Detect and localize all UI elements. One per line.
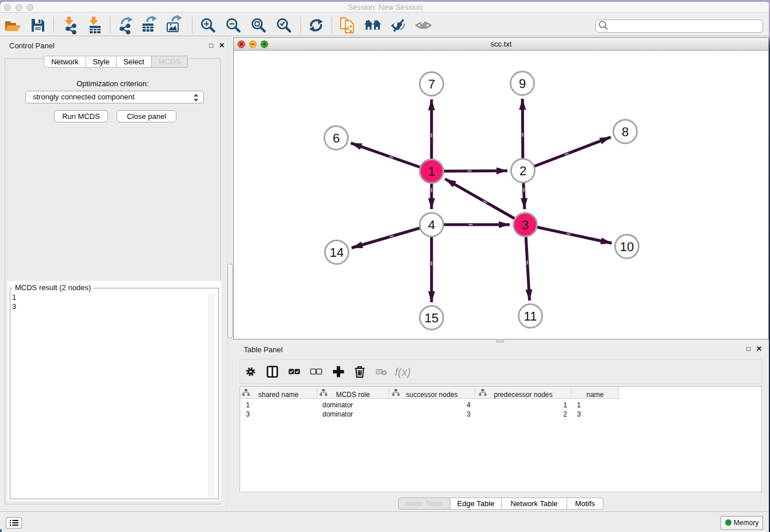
svg-text:f(x): f(x) (395, 367, 410, 379)
svg-text:3: 3 (522, 218, 529, 232)
svg-text:9: 9 (519, 76, 526, 91)
svg-text:8: 8 (622, 125, 629, 139)
svg-text:1: 1 (428, 164, 435, 179)
svg-text:15: 15 (425, 311, 438, 325)
svg-text:14: 14 (330, 245, 344, 260)
svg-text:11: 11 (524, 309, 537, 323)
svg-text:6: 6 (333, 131, 340, 145)
svg-text:2: 2 (519, 164, 526, 178)
svg-text:10: 10 (620, 240, 634, 254)
svg-text:4: 4 (428, 218, 435, 232)
svg-text:7: 7 (428, 77, 435, 91)
